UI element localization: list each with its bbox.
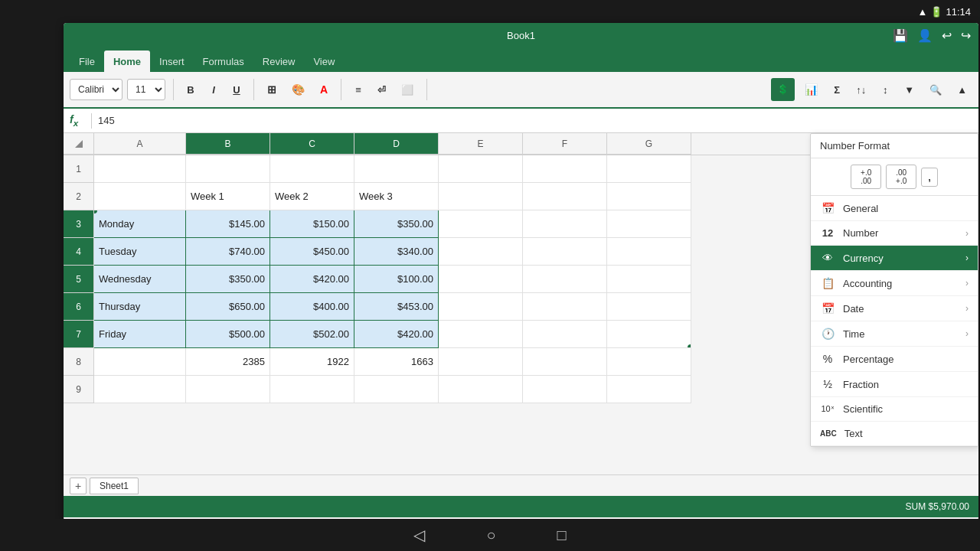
sigma-button[interactable]: Σ	[828, 77, 846, 102]
selection-handle-tl[interactable]	[94, 210, 97, 214]
row-header-7[interactable]: 7	[64, 321, 94, 348]
people-icon[interactable]: 👤	[917, 28, 933, 43]
cell-e6[interactable]	[439, 293, 523, 321]
tab-insert[interactable]: Insert	[150, 51, 194, 72]
col-header-d[interactable]: D	[354, 133, 439, 155]
number-format-active-btn[interactable]: 💲	[771, 78, 795, 101]
cell-g3[interactable]	[607, 210, 691, 238]
col-header-b[interactable]: B	[186, 133, 270, 155]
sheet-tab-1[interactable]: Sheet1	[90, 478, 139, 494]
cell-a2[interactable]	[94, 183, 186, 210]
cell-f5[interactable]	[523, 266, 607, 293]
cell-b8[interactable]: 2385	[186, 348, 270, 376]
find-button[interactable]: 🔍	[924, 77, 947, 102]
nf-item-number[interactable]: 12 Number ›	[811, 221, 978, 246]
cell-f7[interactable]	[523, 321, 607, 348]
nf-item-scientific[interactable]: 10ˣ Scientific	[811, 397, 978, 422]
wrap-text-button[interactable]: ⏎	[372, 77, 391, 102]
corner-cell[interactable]	[64, 133, 94, 155]
increase-decimal-btn[interactable]: +.0 .00	[851, 165, 881, 189]
cell-f3[interactable]	[523, 210, 607, 238]
cell-e7[interactable]	[439, 321, 523, 348]
row-header-9[interactable]: 9	[64, 376, 94, 403]
cell-d7[interactable]: $420.00	[354, 321, 439, 348]
row-header-4[interactable]: 4	[64, 238, 94, 266]
align-center-button[interactable]: ≡	[349, 77, 368, 102]
cell-d6[interactable]: $453.00	[354, 293, 439, 321]
nf-item-accounting[interactable]: 📋 Accounting ›	[811, 271, 978, 296]
decrease-decimal-btn[interactable]: .00 +.0	[886, 165, 916, 189]
redo-icon[interactable]: ↪	[961, 28, 971, 43]
cell-a9[interactable]	[94, 376, 186, 403]
nf-item-text[interactable]: ABC Text	[811, 422, 978, 446]
bold-button[interactable]: B	[181, 77, 200, 102]
cell-c1[interactable]	[270, 155, 354, 183]
cell-g1[interactable]	[607, 155, 691, 183]
cell-b9[interactable]	[186, 376, 270, 403]
undo-icon[interactable]: ↩	[942, 28, 952, 43]
row-header-6[interactable]: 6	[64, 293, 94, 321]
save-icon[interactable]: 💾	[893, 28, 908, 43]
cell-a5[interactable]: Wednesday	[94, 266, 186, 293]
tab-home[interactable]: Home	[104, 51, 150, 72]
cell-a1[interactable]	[94, 155, 186, 183]
row-header-8[interactable]: 8	[64, 348, 94, 376]
cell-e4[interactable]	[439, 238, 523, 266]
font-family-select[interactable]: Calibri	[70, 79, 122, 100]
cell-b7[interactable]: $500.00	[186, 321, 270, 348]
tab-view[interactable]: View	[304, 51, 344, 72]
cell-f9[interactable]	[523, 376, 607, 403]
cell-c4[interactable]: $450.00	[270, 238, 354, 266]
scroll-up-btn[interactable]: ▲	[952, 77, 972, 102]
selection-handle-br[interactable]	[688, 344, 691, 348]
cell-f8[interactable]	[523, 348, 607, 376]
cell-d2[interactable]: Week 3	[354, 183, 439, 210]
row-header-2[interactable]: 2	[64, 183, 94, 210]
tab-formulas[interactable]: Formulas	[194, 51, 253, 72]
home-button[interactable]: ○	[486, 527, 495, 544]
fill-color-button[interactable]: 🎨	[286, 77, 310, 102]
cell-g6[interactable]	[607, 293, 691, 321]
cell-c3[interactable]: $150.00	[270, 210, 354, 238]
cell-f4[interactable]	[523, 238, 607, 266]
col-header-g[interactable]: G	[607, 133, 691, 155]
comma-style-btn[interactable]: ,	[921, 168, 938, 187]
cell-c7[interactable]: $502.00	[270, 321, 354, 348]
nf-item-date[interactable]: 📅 Date ›	[811, 296, 978, 321]
cell-a4[interactable]: Tuesday	[94, 238, 186, 266]
cell-g9[interactable]	[607, 376, 691, 403]
cell-c2[interactable]: Week 2	[270, 183, 354, 210]
cell-g2[interactable]	[607, 183, 691, 210]
cell-e8[interactable]	[439, 348, 523, 376]
filter-button[interactable]: ▼	[899, 77, 920, 102]
italic-button[interactable]: I	[204, 77, 223, 102]
cell-d8[interactable]: 1663	[354, 348, 439, 376]
cell-c5[interactable]: $420.00	[270, 266, 354, 293]
cell-c9[interactable]	[270, 376, 354, 403]
col-header-f[interactable]: F	[523, 133, 607, 155]
col-header-e[interactable]: E	[439, 133, 523, 155]
nf-item-percentage[interactable]: % Percentage	[811, 347, 978, 372]
border-button[interactable]: ⊞	[262, 77, 282, 102]
tab-review[interactable]: Review	[253, 51, 305, 72]
sort-asc-button[interactable]: ↑↓	[851, 77, 871, 102]
cell-f6[interactable]	[523, 293, 607, 321]
cell-d9[interactable]	[354, 376, 439, 403]
add-sheet-button[interactable]: +	[70, 478, 87, 494]
nf-item-time[interactable]: 🕐 Time ›	[811, 321, 978, 347]
cell-e9[interactable]	[439, 376, 523, 403]
cell-f2[interactable]	[523, 183, 607, 210]
cell-d3[interactable]: $350.00	[354, 210, 439, 238]
cell-a8[interactable]	[94, 348, 186, 376]
cell-e1[interactable]	[439, 155, 523, 183]
row-header-1[interactable]: 1	[64, 155, 94, 183]
col-header-a[interactable]: A	[94, 133, 186, 155]
cell-b5[interactable]: $350.00	[186, 266, 270, 293]
row-header-5[interactable]: 5	[64, 266, 94, 293]
nf-item-fraction[interactable]: ½ Fraction	[811, 372, 978, 397]
sort-desc-button[interactable]: ↕	[876, 77, 894, 102]
back-button[interactable]: ◁	[413, 526, 425, 544]
cell-d4[interactable]: $340.00	[354, 238, 439, 266]
cell-g4[interactable]	[607, 238, 691, 266]
recent-button[interactable]: □	[557, 527, 567, 544]
